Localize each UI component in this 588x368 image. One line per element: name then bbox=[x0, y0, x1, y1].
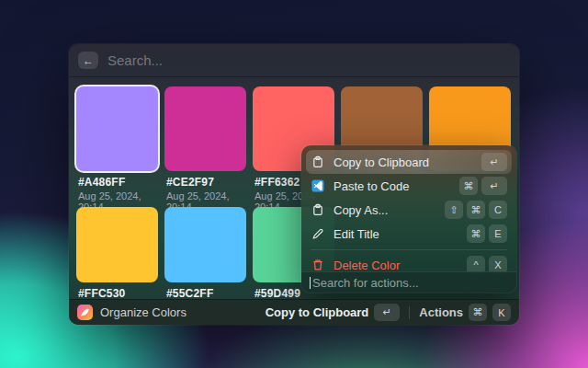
key-return: ↵ bbox=[481, 153, 507, 171]
color-hex-label: #CE2F97 bbox=[164, 176, 246, 189]
desktop-background: ← Search... #A486FF Aug 25, 2024, 20:14 … bbox=[0, 0, 588, 368]
key-command: ⌘ bbox=[467, 224, 485, 243]
status-bar: Organize Colors Copy to Clipboard ↵ Acti… bbox=[69, 299, 519, 325]
text-caret bbox=[310, 277, 311, 289]
search-input[interactable]: Search... bbox=[107, 52, 163, 68]
clipboard-icon bbox=[311, 202, 325, 217]
actions-button[interactable]: Actions bbox=[419, 305, 463, 319]
menu-item-edit-title[interactable]: Edit Title ⌘ E bbox=[306, 222, 512, 246]
clipboard-icon bbox=[311, 155, 325, 169]
color-swatch[interactable] bbox=[76, 207, 158, 282]
menu-item-label: Delete Color bbox=[334, 259, 467, 272]
color-swatch[interactable] bbox=[164, 86, 246, 171]
key-return: ↵ bbox=[374, 304, 400, 321]
key-command: ⌘ bbox=[469, 304, 487, 321]
extension-title: Organize Colors bbox=[100, 305, 187, 319]
key-e: E bbox=[489, 224, 507, 243]
actions-menu: Copy to Clipboard ↵ Paste to Code ⌘ bbox=[301, 145, 516, 293]
shortcut-keys: ⇧ ⌘ C bbox=[445, 201, 507, 219]
status-bar-actions: Copy to Clipboard ↵ Actions ⌘ K bbox=[266, 304, 511, 321]
key-command: ⌘ bbox=[467, 201, 485, 219]
menu-item-paste-to-code[interactable]: Paste to Code ⌘ ↵ bbox=[306, 174, 512, 198]
color-item[interactable]: #CE2F97 Aug 25, 2024, 20:14 bbox=[164, 86, 246, 213]
menu-item-label: Paste to Code bbox=[334, 179, 459, 193]
menu-item-label: Copy to Clipboard bbox=[334, 155, 481, 169]
launcher-window: ← Search... #A486FF Aug 25, 2024, 20:14 … bbox=[69, 44, 519, 325]
back-button[interactable]: ← bbox=[78, 52, 98, 69]
color-item[interactable]: #A486FF Aug 25, 2024, 20:14 bbox=[76, 86, 158, 213]
key-c: C bbox=[489, 201, 507, 219]
shortcut-keys: ⌘ E bbox=[467, 224, 507, 243]
actions-menu-list: Copy to Clipboard ↵ Paste to Code ⌘ bbox=[301, 145, 516, 277]
color-item[interactable]: #FFC530 bbox=[76, 207, 158, 300]
key-command: ⌘ bbox=[459, 177, 478, 195]
menu-item-label: Edit Title bbox=[334, 227, 467, 241]
pencil-icon bbox=[311, 226, 325, 241]
search-bar: ← Search... bbox=[69, 44, 519, 76]
color-swatch[interactable] bbox=[76, 86, 158, 171]
divider bbox=[409, 306, 410, 319]
menu-item-label: Copy As... bbox=[334, 203, 445, 217]
shortcut-keys: ⌘ ↵ bbox=[459, 177, 507, 195]
menu-item-copy-as[interactable]: Copy As... ⇧ ⌘ C bbox=[306, 198, 512, 222]
color-hex-label: #A486FF bbox=[76, 176, 158, 189]
menu-item-copy-to-clipboard[interactable]: Copy to Clipboard ↵ bbox=[306, 150, 512, 174]
organize-colors-app-icon bbox=[77, 305, 93, 320]
key-shift: ⇧ bbox=[445, 201, 463, 219]
actions-search-placeholder: Search for actions... bbox=[312, 276, 419, 290]
key-return: ↵ bbox=[481, 177, 507, 195]
color-hex-label: #55C2FF bbox=[164, 287, 246, 300]
vscode-icon bbox=[311, 178, 325, 193]
primary-action-button[interactable]: Copy to Clipboard bbox=[266, 305, 369, 319]
divider bbox=[69, 76, 519, 77]
color-hex-label: #FFC530 bbox=[76, 287, 158, 300]
actions-search-field[interactable]: Search for actions... bbox=[301, 271, 516, 293]
shortcut-keys: ↵ bbox=[481, 153, 507, 171]
color-item[interactable]: #55C2FF bbox=[164, 207, 246, 300]
menu-divider bbox=[311, 249, 507, 250]
arrow-left-icon: ← bbox=[83, 54, 94, 67]
color-swatch[interactable] bbox=[164, 207, 246, 282]
key-k: K bbox=[492, 304, 511, 321]
trash-icon bbox=[311, 258, 325, 272]
